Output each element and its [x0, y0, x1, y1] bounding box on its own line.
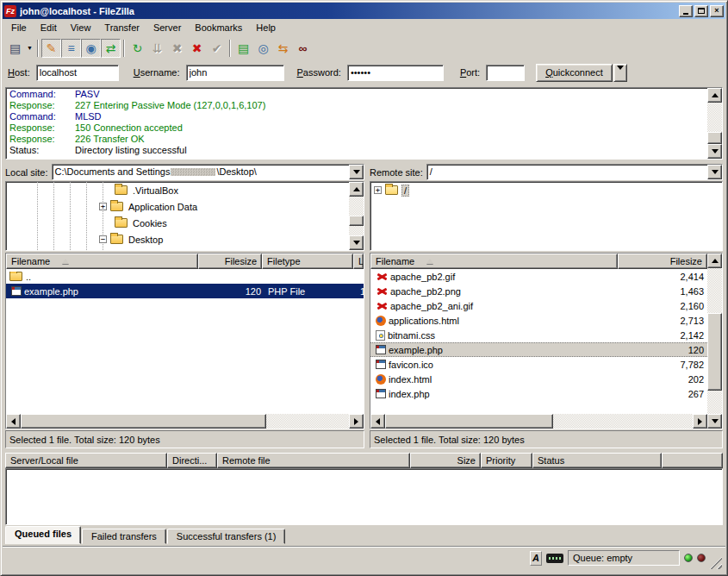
compare-button[interactable]: ◎	[253, 39, 273, 58]
menu-help[interactable]: Help	[249, 21, 283, 34]
file-row[interactable]: apache_pb2.png1,463	[370, 284, 707, 298]
quickconnect-dropdown[interactable]	[613, 64, 627, 82]
scroll-thumb[interactable]	[707, 313, 722, 391]
log-scrollbar[interactable]	[707, 88, 722, 159]
column-lastmodified[interactable]: L	[353, 254, 364, 269]
scroll-thumb[interactable]	[21, 414, 266, 429]
scroll-up-button[interactable]	[707, 88, 722, 103]
file-row[interactable]: index.php267	[370, 386, 707, 401]
log-text: PASV	[75, 89, 707, 100]
expand-icon[interactable]: +	[374, 186, 382, 194]
close-button[interactable]: ×	[710, 5, 724, 17]
apache-file-icon	[376, 286, 388, 297]
file-row[interactable]: apache_pb2.gif2,414	[370, 269, 707, 284]
tab-failed-transfers[interactable]: Failed transfers	[82, 529, 166, 544]
password-input[interactable]	[347, 65, 444, 81]
scroll-thumb[interactable]	[385, 414, 553, 429]
scroll-down-button[interactable]	[707, 414, 722, 429]
username-input[interactable]	[186, 65, 284, 81]
file-row[interactable]: favicon.ico7,782	[370, 357, 707, 372]
scroll-thumb[interactable]	[349, 216, 364, 226]
site-manager-dropdown[interactable]: ▼	[25, 39, 34, 58]
file-row-parent-dir[interactable]: ..	[6, 269, 364, 284]
column-filesize[interactable]: Filesize	[618, 254, 707, 269]
port-input[interactable]	[486, 65, 525, 81]
collapse-icon[interactable]: −	[99, 235, 107, 243]
process-queue-button[interactable]: ⇊	[147, 39, 167, 58]
tab-successful-transfers[interactable]: Successful transfers (1)	[167, 529, 286, 544]
column-filename[interactable]: Filename	[6, 254, 198, 269]
column-filename[interactable]: Filename	[370, 254, 618, 269]
resize-grip[interactable]	[710, 557, 722, 569]
quickconnect-button[interactable]: Quickconnect	[536, 64, 613, 82]
column-remote-file[interactable]: Remote file	[217, 453, 410, 468]
menu-bookmarks[interactable]: Bookmarks	[188, 21, 249, 34]
menu-view[interactable]: View	[64, 21, 98, 34]
column-filesize[interactable]: Filesize	[198, 254, 262, 269]
column-filetype[interactable]: Filetype	[262, 254, 353, 269]
local-hscrollbar[interactable]	[6, 414, 364, 429]
minimize-button[interactable]	[679, 5, 693, 17]
maximize-button[interactable]	[694, 5, 708, 17]
tab-queued-files[interactable]: Queued files	[5, 526, 81, 544]
toggle-local-tree-button[interactable]: ≡	[61, 39, 81, 58]
remote-path-dropdown[interactable]	[707, 165, 722, 179]
file-row-example-php[interactable]: example.php 120 PHP File 1	[6, 284, 364, 298]
menu-edit[interactable]: Edit	[34, 21, 64, 34]
scroll-up-button[interactable]	[349, 182, 364, 197]
tree-item-root[interactable]: + /	[370, 182, 722, 198]
refresh-button[interactable]: ↻	[128, 39, 147, 58]
html-file-icon	[376, 316, 386, 326]
local-tree-scrollbar[interactable]	[349, 182, 364, 250]
toggle-remote-tree-button[interactable]: ◉	[81, 39, 101, 58]
menu-file[interactable]: File	[4, 21, 34, 34]
tree-item-desktop[interactable]: − Desktop	[6, 231, 349, 247]
menu-transfer[interactable]: Transfer	[97, 21, 146, 34]
column-server-local-file[interactable]: Server/Local file	[5, 453, 167, 468]
local-path-combobox[interactable]: C:\Documents and Settings\Desktop\	[52, 164, 364, 180]
toggle-message-log-button[interactable]: ✎	[41, 39, 61, 58]
folder-icon	[115, 185, 128, 195]
speed-limit-icon[interactable]	[546, 554, 563, 563]
column-size[interactable]: Size	[410, 453, 481, 468]
remote-hscrollbar[interactable]	[370, 414, 707, 429]
remote-vscrollbar[interactable]	[707, 254, 722, 429]
host-input[interactable]	[36, 65, 119, 81]
scroll-down-button[interactable]	[349, 235, 364, 250]
filter-button[interactable]: ▤	[233, 39, 253, 58]
reconnect-button[interactable]: ✔	[207, 39, 227, 58]
php-file-icon	[376, 389, 386, 398]
file-row[interactable]: applications.html2,713	[370, 313, 707, 328]
scroll-down-button[interactable]	[707, 144, 722, 159]
scroll-up-button[interactable]	[707, 254, 722, 268]
file-row[interactable]: bitnami.css2,142	[370, 328, 707, 342]
find-files-button[interactable]: ∞	[293, 39, 313, 58]
filezilla-window: Fz john@localhost - FileZilla × File Edi…	[0, 0, 728, 576]
toggle-queue-button[interactable]: ⇄	[101, 39, 121, 58]
menubar: File Edit View Transfer Server Bookmarks…	[3, 19, 725, 36]
scroll-thumb[interactable]	[707, 132, 722, 144]
scroll-left-button[interactable]	[6, 414, 21, 429]
scroll-left-button[interactable]	[370, 414, 385, 429]
column-status[interactable]: Status	[532, 453, 662, 468]
tree-item-virtualbox[interactable]: .VirtualBox	[6, 182, 349, 198]
tree-item-cookies[interactable]: Cookies	[6, 215, 349, 231]
local-path-dropdown[interactable]	[349, 165, 364, 179]
tree-item-application-data[interactable]: + Application Data	[6, 198, 349, 215]
remote-path-combobox[interactable]: /	[426, 164, 723, 180]
column-direction[interactable]: Directi...	[167, 453, 217, 468]
log-text: 227 Entering Passive Mode (127,0,0,1,6,1…	[75, 100, 707, 111]
transfer-type-indicator[interactable]: A	[530, 551, 542, 566]
file-row-selected[interactable]: example.php120	[370, 342, 707, 357]
site-manager-button[interactable]: ▤	[5, 39, 25, 58]
menu-server[interactable]: Server	[146, 21, 188, 34]
scroll-right-button[interactable]	[693, 414, 707, 429]
disconnect-button[interactable]: ✖	[187, 39, 207, 58]
sync-browsing-button[interactable]: ⇆	[273, 39, 293, 58]
expand-icon[interactable]: +	[99, 203, 107, 210]
file-row[interactable]: apache_pb2_ani.gif2,160	[370, 298, 707, 313]
file-row[interactable]: index.html202	[370, 372, 707, 386]
cancel-button[interactable]: ✖	[167, 39, 187, 58]
column-priority[interactable]: Priority	[481, 453, 532, 468]
scroll-right-button[interactable]	[349, 414, 364, 429]
